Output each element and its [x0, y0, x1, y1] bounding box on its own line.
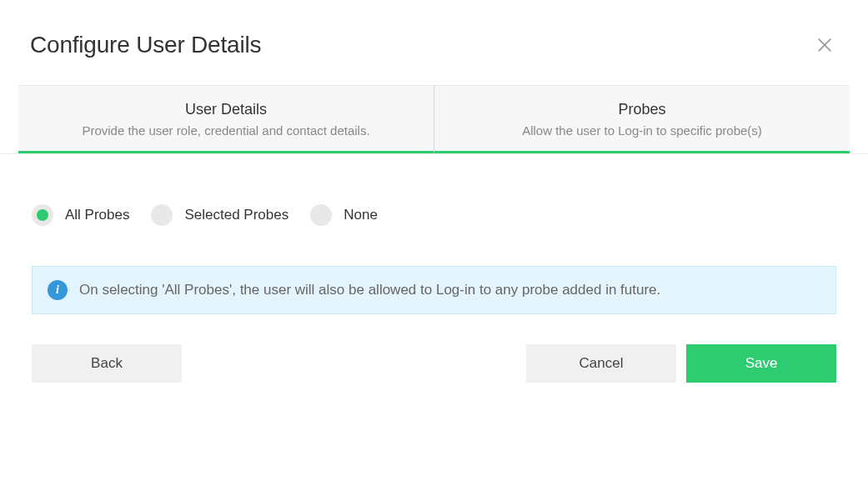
tab-subtitle: Allow the user to Log-in to specific pro… [451, 123, 833, 138]
close-icon [815, 36, 834, 54]
dialog-title: Configure User Details [30, 32, 261, 58]
close-button[interactable] [815, 35, 835, 55]
info-banner: i On selecting 'All Probes', the user wi… [32, 266, 836, 314]
content-area: All Probes Selected Probes None i On sel… [0, 154, 868, 383]
radio-icon [310, 204, 332, 226]
radio-none[interactable]: None [310, 204, 378, 226]
cancel-button[interactable]: Cancel [526, 344, 676, 383]
radio-label: None [344, 207, 378, 223]
tab-title: Probes [451, 101, 833, 118]
dialog-header: Configure User Details [0, 0, 868, 85]
save-button[interactable]: Save [686, 344, 836, 383]
radio-icon [151, 204, 173, 226]
tab-probes[interactable]: Probes Allow the user to Log-in to speci… [434, 86, 850, 153]
probe-scope-radio-group: All Probes Selected Probes None [32, 204, 836, 226]
radio-icon [32, 204, 53, 226]
radio-label: All Probes [65, 207, 129, 223]
radio-selected-probes[interactable]: Selected Probes [151, 204, 288, 226]
configure-user-dialog: Configure User Details User Details Prov… [0, 0, 868, 486]
radio-label: Selected Probes [184, 207, 288, 223]
button-row-right: Cancel Save [526, 344, 836, 383]
info-icon: i [48, 280, 68, 300]
button-row: Back Cancel Save [32, 344, 836, 383]
tab-user-details[interactable]: User Details Provide the user role, cred… [18, 86, 434, 153]
radio-all-probes[interactable]: All Probes [32, 204, 129, 226]
tabs: User Details Provide the user role, cred… [18, 85, 850, 153]
tab-title: User Details [35, 101, 417, 118]
tab-subtitle: Provide the user role, credential and co… [35, 123, 417, 138]
info-text: On selecting 'All Probes', the user will… [79, 282, 660, 298]
back-button[interactable]: Back [32, 344, 182, 383]
